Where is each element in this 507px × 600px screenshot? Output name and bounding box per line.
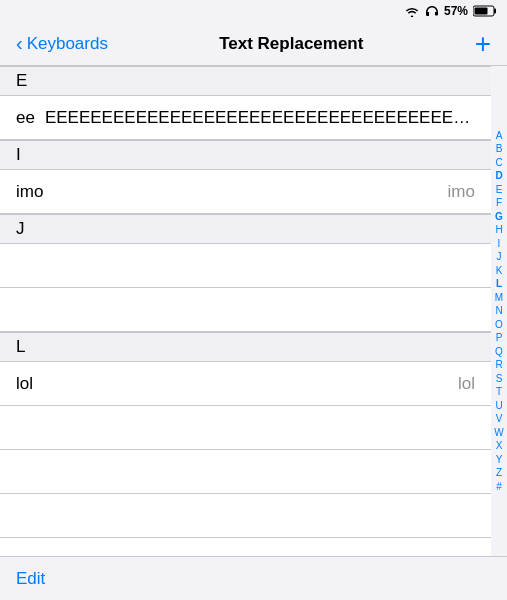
alpha-I[interactable]: I [491, 237, 507, 251]
list-item-j-empty[interactable] [0, 244, 491, 288]
alpha-A[interactable]: A [491, 129, 507, 143]
alpha-N[interactable]: N [491, 304, 507, 318]
alpha-K[interactable]: K [491, 264, 507, 278]
alpha-Z[interactable]: Z [491, 466, 507, 480]
alpha-Y[interactable]: Y [491, 453, 507, 467]
section-header-e: E [0, 66, 491, 96]
section-header-j: J [0, 214, 491, 244]
shortcut-lol: lol [458, 374, 475, 394]
alpha-hash[interactable]: # [491, 480, 507, 494]
alpha-P[interactable]: P [491, 331, 507, 345]
list-container: E ee EEEEEEEEEEEEEEEEEEEEEEEEEEEEEEEEEEE… [0, 66, 491, 556]
alpha-M[interactable]: M [491, 291, 507, 305]
battery-icon [473, 5, 497, 17]
section-header-i: I [0, 140, 491, 170]
phrase-lol: lol [16, 374, 448, 394]
back-label: Keyboards [27, 34, 108, 54]
list-item-j-empty2[interactable] [0, 288, 491, 332]
alpha-W[interactable]: W [491, 426, 507, 440]
back-button[interactable]: ‹ Keyboards [16, 34, 108, 54]
svg-rect-0 [426, 12, 429, 16]
list-item-l-empty1[interactable] [0, 406, 491, 450]
list-item-l-empty3[interactable] [0, 494, 491, 538]
alpha-S[interactable]: S [491, 372, 507, 386]
chevron-left-icon: ‹ [16, 33, 23, 53]
phrase-ee: EEEEEEEEEEEEEEEEEEEEEEEEEEEEEEEEEEEEEEEE… [45, 108, 475, 128]
bottom-bar: Edit [0, 556, 507, 600]
alpha-U[interactable]: U [491, 399, 507, 413]
alpha-Q[interactable]: Q [491, 345, 507, 359]
svg-rect-1 [435, 12, 438, 16]
alpha-B[interactable]: B [491, 142, 507, 156]
content-area: E ee EEEEEEEEEEEEEEEEEEEEEEEEEEEEEEEEEEE… [0, 66, 507, 556]
list-item-l-empty2[interactable] [0, 450, 491, 494]
alpha-E[interactable]: E [491, 183, 507, 197]
alpha-V[interactable]: V [491, 412, 507, 426]
battery-percent: 57% [444, 4, 468, 18]
shortcut-ee: ee [16, 108, 35, 128]
wifi-icon [404, 5, 420, 17]
section-header-l: L [0, 332, 491, 362]
alphabet-index: A B C D E F G H I J K L M N O P Q R S T … [491, 66, 507, 556]
alpha-C[interactable]: C [491, 156, 507, 170]
phrase-imo: imo [16, 182, 438, 202]
alpha-G[interactable]: G [491, 210, 507, 224]
alpha-J[interactable]: J [491, 250, 507, 264]
status-bar: 57% [0, 0, 507, 22]
alpha-O[interactable]: O [491, 318, 507, 332]
list-item-l-empty4[interactable] [0, 538, 491, 556]
alpha-L[interactable]: L [491, 277, 507, 291]
nav-bar: ‹ Keyboards Text Replacement + [0, 22, 507, 66]
alpha-T[interactable]: T [491, 385, 507, 399]
list-item-imo[interactable]: imo imo [0, 170, 491, 214]
alpha-X[interactable]: X [491, 439, 507, 453]
alpha-H[interactable]: H [491, 223, 507, 237]
add-button[interactable]: + [475, 30, 491, 58]
svg-rect-3 [494, 9, 496, 14]
page-title: Text Replacement [219, 34, 363, 54]
list-item-lol[interactable]: lol lol [0, 362, 491, 406]
status-icons: 57% [404, 4, 497, 18]
svg-rect-4 [475, 8, 488, 15]
alpha-R[interactable]: R [491, 358, 507, 372]
alpha-D[interactable]: D [491, 169, 507, 183]
headphones-icon [425, 5, 439, 17]
edit-button[interactable]: Edit [16, 569, 45, 589]
shortcut-imo: imo [448, 182, 475, 202]
list-item-ee[interactable]: ee EEEEEEEEEEEEEEEEEEEEEEEEEEEEEEEEEEEEE… [0, 96, 491, 140]
alpha-F[interactable]: F [491, 196, 507, 210]
